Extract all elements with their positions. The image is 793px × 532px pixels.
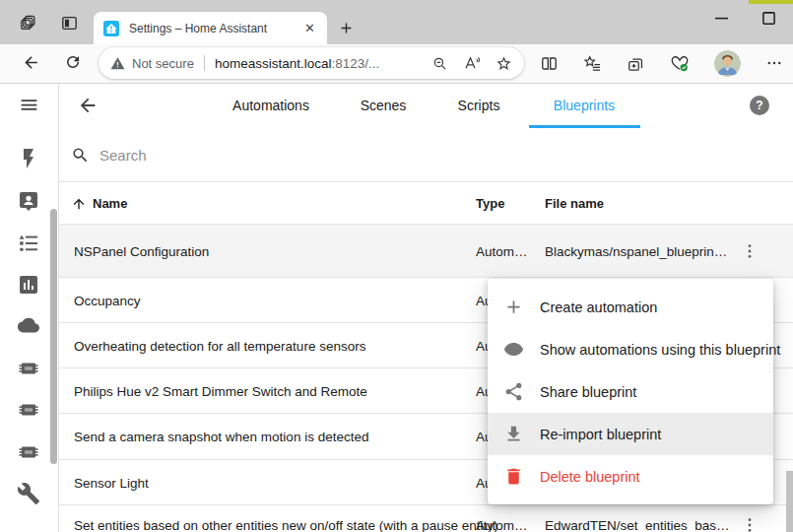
- browser-titlebar: Settings – Home Assistant ✕: [0, 0, 793, 44]
- screen-edge-sliver: [749, 0, 793, 4]
- row-file: EdwardTEN/set_entities_bas…: [545, 518, 730, 532]
- favorite-star-icon[interactable]: [496, 55, 512, 72]
- tab-scripts[interactable]: Scripts: [458, 98, 500, 113]
- plus-icon: [503, 297, 524, 317]
- not-secure-warning-icon[interactable]: [110, 56, 125, 71]
- tab-blueprints[interactable]: Blueprints: [554, 98, 615, 113]
- row-name: Send a camera snapshot when motion is de…: [74, 430, 368, 444]
- sidebar-chip-icon-2[interactable]: [17, 398, 40, 422]
- home-assistant-favicon: [103, 21, 119, 36]
- row-name: Sensor Light: [74, 475, 149, 490]
- row-name: Philips Hue v2 Smart Dimmer Switch and R…: [74, 383, 367, 398]
- ha-back-icon[interactable]: [77, 95, 99, 116]
- divider: [59, 181, 793, 182]
- blueprint-context-menu: Create automation Show automations using…: [488, 279, 773, 504]
- search-input[interactable]: [98, 141, 511, 168]
- column-header-file[interactable]: File name: [545, 196, 604, 211]
- row-name: NSPanel Configuration: [74, 243, 209, 258]
- active-tab-underline: [529, 125, 640, 128]
- sort-ascending-icon[interactable]: [71, 196, 87, 212]
- collections-add-icon[interactable]: [627, 54, 645, 73]
- menu-item-share-blueprint[interactable]: Share blueprint: [488, 370, 773, 413]
- row-name: Occupancy: [74, 293, 141, 307]
- sidebar-chip-icon-1[interactable]: [17, 357, 40, 380]
- sidebar-scrollbar-thumb[interactable]: [50, 209, 57, 464]
- search-icon: [71, 146, 90, 165]
- tab-close-icon[interactable]: ✕: [302, 20, 317, 36]
- row-name: Overheating detection for all temperatur…: [74, 338, 365, 353]
- menu-item-show-automations[interactable]: Show automations using this blueprint: [488, 328, 773, 370]
- trash-icon: [503, 466, 524, 487]
- sidebar-chip-icon-3[interactable]: [17, 440, 40, 464]
- favorites-hub-icon[interactable]: [583, 54, 602, 73]
- vertical-tabs-icon[interactable]: [59, 13, 79, 33]
- sidebar-energy-icon[interactable]: [17, 147, 40, 170]
- menu-item-create-automation[interactable]: Create automation: [488, 286, 773, 328]
- menu-item-reimport-blueprint[interactable]: Re-import blueprint: [488, 413, 773, 455]
- url-text[interactable]: homeassistant.local:8123/...: [215, 56, 379, 71]
- column-header-name[interactable]: Name: [93, 196, 127, 211]
- table-row-set-entities[interactable]: Set entities based on other entities new…: [59, 505, 793, 532]
- back-icon[interactable]: [20, 51, 41, 73]
- profile-avatar[interactable]: [714, 50, 741, 77]
- sidebar-menu-icon[interactable]: [19, 95, 39, 115]
- row-type: Autom…: [476, 518, 528, 532]
- browser-essentials-icon[interactable]: [670, 53, 690, 73]
- page-scrollbar-thumb[interactable]: [786, 471, 793, 532]
- menu-item-delete-blueprint[interactable]: Delete blueprint: [488, 455, 773, 498]
- security-label[interactable]: Not secure: [132, 56, 194, 71]
- tab-scenes[interactable]: Scenes: [361, 98, 407, 113]
- row-type: Autom…: [476, 243, 528, 258]
- tab-title: Settings – Home Assistant: [129, 22, 302, 35]
- row-overflow-menu-icon[interactable]: [740, 515, 760, 532]
- settings-menu-icon[interactable]: [765, 54, 783, 72]
- download-icon: [503, 424, 524, 444]
- sidebar-history-icon[interactable]: [17, 273, 40, 297]
- help-icon[interactable]: ?: [750, 96, 769, 115]
- table-row-nspanel[interactable]: NSPanel Configuration Autom… Blackymas/n…: [59, 225, 793, 278]
- read-aloud-icon[interactable]: [463, 54, 481, 72]
- sidebar-cloud-icon[interactable]: [17, 314, 40, 338]
- new-tab-icon[interactable]: [335, 17, 357, 38]
- row-overflow-menu-icon[interactable]: [740, 241, 760, 261]
- share-icon: [503, 381, 524, 402]
- tab-automations[interactable]: Automations: [232, 98, 309, 113]
- refresh-icon[interactable]: [62, 51, 84, 73]
- address-bar[interactable]: Not secure homeassistant.local:8123/...: [99, 47, 524, 79]
- row-file: Blackymas/nspanel_blueprin…: [545, 243, 727, 258]
- window-maximize-icon[interactable]: [759, 8, 778, 28]
- split-screen-icon[interactable]: [540, 54, 559, 73]
- workspaces-icon[interactable]: [18, 13, 37, 33]
- address-divider: [204, 55, 205, 71]
- browser-tab[interactable]: Settings – Home Assistant ✕: [94, 12, 327, 44]
- sidebar-person-badge-icon[interactable]: [17, 189, 40, 213]
- sidebar-settings-wrench-icon[interactable]: [17, 482, 40, 505]
- sidebar-logbook-icon[interactable]: [17, 232, 40, 255]
- ha-header: [59, 84, 793, 128]
- window-minimize-icon[interactable]: [711, 8, 731, 28]
- zoom-out-icon[interactable]: [431, 55, 448, 72]
- row-name: Set entities based on other entities new…: [74, 518, 498, 532]
- column-header-type[interactable]: Type: [476, 196, 504, 211]
- eye-icon: [503, 339, 524, 360]
